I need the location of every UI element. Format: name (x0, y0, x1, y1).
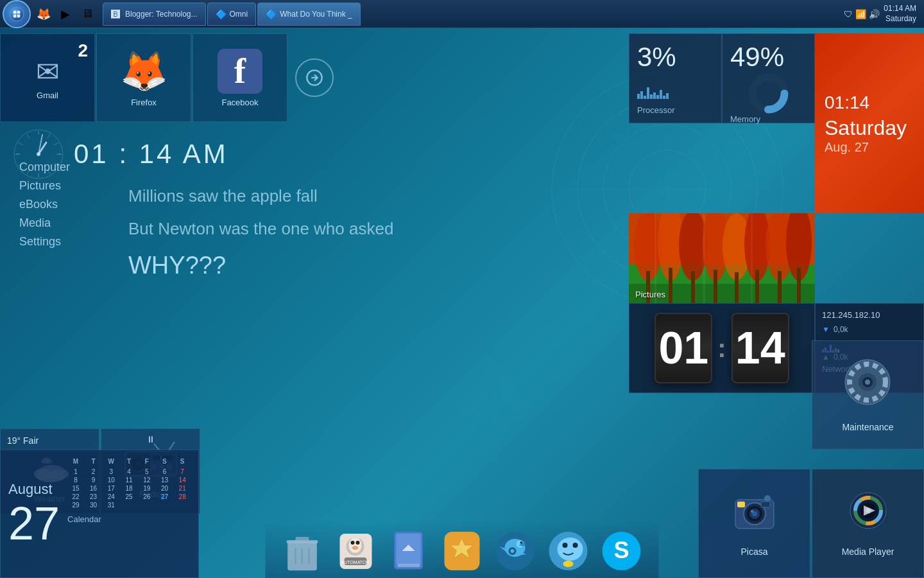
tray-shield-icon: 🛡 (844, 9, 853, 19)
cal-week-1: 1 2 3 4 5 6 7 (67, 468, 191, 476)
network-ip: 121.245.182.10 (822, 310, 917, 320)
media-quicklaunch[interactable]: ▶ (55, 4, 76, 24)
sidebar-item-pictures[interactable]: Pictures (19, 179, 70, 193)
tab-omni[interactable]: 🔷 Omni (207, 3, 257, 26)
firefox-quicklaunch[interactable]: 🦊 (33, 4, 54, 24)
star-icon (438, 527, 486, 575)
cal-cell: 16 (85, 484, 102, 493)
svg-point-85 (356, 541, 360, 545)
gmail-envelope-icon: ✉ (36, 55, 60, 88)
svg-rect-48 (669, 268, 672, 303)
cal-cell: 19 (139, 484, 155, 493)
gmail-tile[interactable]: ✉ 2 Gmail (0, 33, 95, 122)
cal-cell: 25 (121, 493, 137, 501)
cal-cell: 7 (174, 468, 191, 476)
svg-line-23 (47, 134, 50, 139)
widgets-row-2: Pictures (629, 213, 924, 303)
taskbar-time: 01:14 AM (884, 4, 916, 14)
svg-point-124 (764, 495, 771, 502)
sidebar-item-settings[interactable]: Settings (19, 235, 70, 249)
processor-label: Processor (637, 105, 714, 115)
dock-item-skype[interactable]: S (598, 527, 646, 575)
firefox-tile[interactable]: 🦊 Firefox (96, 33, 191, 122)
svg-rect-123 (737, 502, 745, 507)
quote-line3: WHY??? (128, 252, 603, 279)
more-apps-button[interactable] (295, 58, 334, 97)
graph-bar (650, 94, 653, 99)
dock-item-ibook[interactable] (385, 527, 433, 575)
tab-blogger[interactable]: 🅱 Blogger: Technolog... (103, 3, 206, 26)
mediaplayer-tile[interactable]: Media Player (812, 469, 924, 578)
graph-bar (656, 95, 659, 99)
sidebar-item-computer[interactable]: Computer (19, 161, 70, 174)
dock-item-trash[interactable] (278, 527, 327, 575)
cal-cell: 31 (103, 501, 119, 509)
memory-percent: 49% (730, 42, 807, 73)
dock-item-star[interactable] (438, 527, 486, 575)
sidebar-item-media[interactable]: Media (19, 216, 70, 230)
dock: AUTOMATOR (266, 520, 659, 578)
start-button[interactable] (3, 0, 31, 28)
taskbar: 🦊 ▶ 🖥 🅱 Blogger: Technolog... 🔷 Omni 🔷 W… (0, 0, 924, 28)
svg-rect-91 (398, 564, 420, 567)
sidebar-item-ebooks[interactable]: eBooks (19, 198, 70, 211)
screen-quicklaunch[interactable]: 🖥 (77, 4, 98, 24)
dock-item-automator[interactable]: AUTOMATOR (332, 527, 380, 575)
dock-item-twitterrific[interactable] (492, 527, 540, 575)
trash-icon (278, 527, 327, 575)
cal-cell: 14 (174, 476, 191, 484)
maintenance-widget[interactable]: Maintenance (812, 340, 924, 450)
cal-cell: 12 (139, 476, 155, 484)
cal-cell: 1 (67, 468, 84, 476)
facebook-icon: f (218, 49, 262, 94)
svg-rect-50 (714, 270, 717, 303)
cal-cell: 4 (121, 468, 137, 476)
tab-omni-favicon: 🔷 (216, 9, 226, 19)
svg-rect-52 (755, 270, 759, 303)
pictures-widget[interactable]: Pictures (629, 213, 815, 303)
graph-bar (663, 96, 665, 99)
cal-cell-today: 27 (157, 493, 173, 501)
calendar-month: August (8, 481, 60, 498)
cal-header-s2: S (174, 458, 191, 465)
desktop-quote: Millions saw the apple fall But Newton w… (128, 186, 603, 279)
picasa-tile[interactable]: Picasa (698, 469, 810, 578)
svg-point-84 (351, 541, 355, 545)
widgets-row-1: 3% Processor 49% (629, 33, 924, 213)
facebook-label: Facebook (221, 98, 258, 107)
background-plant (398, 292, 590, 514)
memory-widget: 49% Memory (722, 33, 815, 123)
svg-rect-4 (17, 14, 21, 17)
picasa-label: Picasa (740, 547, 767, 557)
svg-line-31 (19, 143, 23, 145)
svg-point-107 (573, 543, 578, 548)
svg-rect-56 (703, 213, 705, 303)
calendar-widget: August 27 M T W T F S S 1 2 3 4 5 6 7 8 … (0, 450, 199, 578)
cal-cell: 18 (121, 484, 137, 493)
adium-icon (545, 527, 593, 575)
tab-omni-label: Omni (230, 10, 248, 19)
facebook-tile[interactable]: f Facebook (193, 33, 287, 122)
graph-bar (666, 93, 669, 99)
date-day: Saturday (825, 116, 914, 140)
processor-percent: 3% (637, 42, 714, 73)
mediaplayer-icon (846, 490, 891, 540)
cal-cell (139, 501, 155, 509)
cal-cell: 17 (103, 484, 119, 493)
right-widgets: 3% Processor 49% (629, 33, 924, 393)
date-full: Aug. 27 (825, 140, 914, 155)
cal-header-t: T (85, 458, 102, 465)
cal-cell: 20 (157, 484, 173, 493)
tab-whatdoyouthink[interactable]: 🔷 What Do You Think _ (257, 3, 361, 26)
dock-item-adium[interactable] (545, 527, 593, 575)
network-down-row: ▼ 0,0k (822, 325, 917, 334)
flip-hour: 01 (654, 313, 712, 383)
cal-cell: 15 (67, 484, 84, 493)
pictures-bg: Pictures (629, 213, 815, 303)
svg-point-103 (511, 549, 515, 553)
graph-bar (640, 91, 643, 99)
svg-point-0 (10, 7, 24, 21)
taskbar-clock: 01:14 AM Saturday (884, 4, 916, 24)
cal-week-5: 29 30 31 (67, 501, 191, 509)
svg-rect-77 (296, 537, 309, 541)
